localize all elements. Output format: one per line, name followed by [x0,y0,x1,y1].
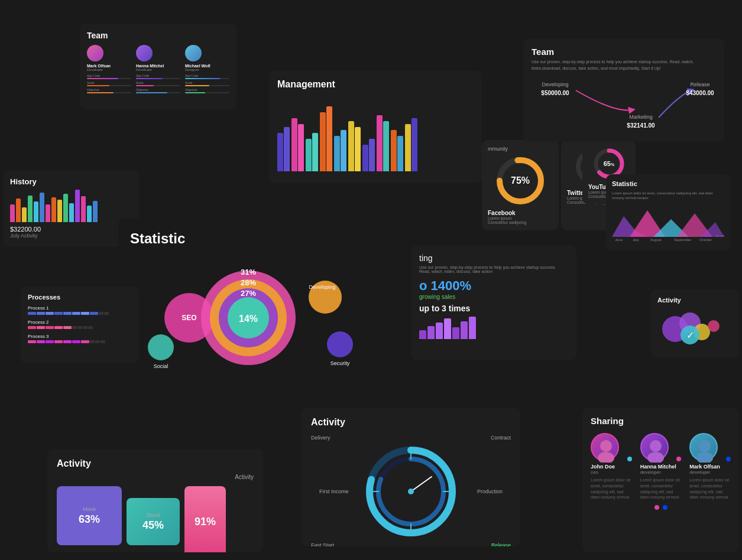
svg-point-45 [708,320,720,332]
sharing-desc-2: Lorem ipsum dolor sit amet, consectetur … [640,477,682,500]
stat-label-2a: App Code [136,74,180,77]
marketing-mini-chart [419,315,568,339]
svg-point-11 [148,334,174,360]
sharing-role-2: developer [640,470,682,475]
stat-label-3c: Objective [185,88,229,92]
sharing-name-1: John Doe [591,464,632,470]
svg-text:August: August [650,238,662,242]
team-card-title: Team [87,31,229,40]
stat-label-3b: Scale [185,81,229,84]
sharing-avatar-1 [591,433,619,461]
svg-point-57 [408,489,414,494]
mountain-chart: June July August September October Novem… [612,204,724,240]
stat-label-1c: Objective [87,88,131,92]
facebook-card: mmunity 75% Facebook Lorem ipsumConsulet… [482,140,559,230]
sharing-name-3: Mark Olfsan [689,464,731,470]
activity-center-title: Activity [311,417,511,428]
management-title: Management [277,79,474,90]
sharing-title: Sharing [591,416,731,426]
svg-text:31%: 31% [241,268,256,276]
gauge-top-labels: Delivery Contract [311,435,511,441]
sharing-desc-1: Lorem ipsum dolor sit amet, consectetur … [591,477,632,500]
process-1-bars [28,312,132,315]
facebook-sub: Lorem ipsumConsuletur sadipcing [488,216,553,224]
move-block: Move 63% [57,486,122,545]
member-stats-2: App Code Scale Objective [136,74,180,93]
sharing-role-1: ceo [591,470,632,475]
avatar-3 [185,45,202,61]
process-2: Process 2 [28,320,132,329]
process-2-bars [28,326,132,329]
svg-text:Release: Release [690,82,709,87]
process-3-label: Process 3 [28,334,132,339]
activity-bottom-title: Activity [57,458,254,469]
svg-point-62 [699,440,711,452]
team-card-small: Team Mark Olfsan Developer App Code Scal… [80,24,236,109]
management-card: Management [269,71,482,183]
svg-text:Developing: Developing [309,284,335,290]
team-large-title: Team [532,47,716,57]
sharing-card: Sharing John Doe ceo Lorem ipsum dolor s… [582,408,739,552]
member-role-2: Developer [136,68,180,71]
process-1-label: Process 1 [28,305,132,311]
svg-text:Developing: Developing [542,82,568,87]
svg-point-58 [600,440,612,452]
activity-row: Move 63% Stand 45% 91% [57,486,254,552]
process-3-bars [28,340,132,343]
svg-text:$50000.00: $50000.00 [541,90,569,96]
sharing-avatar-2 [640,433,669,461]
gauge-area: First Income Production [311,444,511,539]
statistic-title: Statistic [130,230,402,247]
process-2-label: Process 2 [28,320,132,325]
team-member-1: Mark Olfsan Developer App Code Scale Obj… [87,45,131,93]
processes-title: Processes [28,294,132,301]
statistic-small-title: Statistic [612,180,724,187]
svg-text:September: September [674,238,691,242]
status-dot-3 [726,457,731,461]
team-large-card: Team Use our proven, step-by-step proces… [523,38,724,142]
svg-text:27%: 27% [241,289,256,298]
stat-label-1b: Scale [87,81,131,84]
market-times: up to 3 times [419,304,568,313]
sharing-person-1: John Doe ceo Lorem ipsum dolor sit amet,… [591,433,632,500]
stat-label-3a: App Code [185,74,229,77]
delivery-label: Delivery [311,435,331,441]
first-income-label: First Income [319,489,349,494]
marketing-desc: Use our proven, step-by-step process to … [419,265,568,274]
stat-label-2c: Objective [136,88,180,92]
status-dot-1 [627,457,632,461]
dot-pink [654,505,659,510]
activity-small-card: Activity ✓ [650,289,739,357]
activity-bar-block: 91% [184,486,226,552]
stand-block: Stand 45% [127,498,180,545]
avatar-2 [136,45,153,61]
member-name-3: Michael Wolf [185,64,229,68]
gauge-bottom-labels: Fast Start Release [311,542,511,546]
flow-diagram: Developing $50000.00 Marketing $32141.00… [532,77,716,136]
production-label: Production [477,489,503,494]
sharing-people: John Doe ceo Lorem ipsum dolor sit amet,… [591,433,731,500]
history-label: July Activity [10,233,132,239]
marketing-card: ting Use our proven, step-by-step proces… [411,245,576,360]
svg-point-60 [650,440,662,452]
marketing-title: ting [419,253,568,263]
history-title: History [10,177,132,186]
release-label: Release [491,542,511,546]
marketing-percent: o 1400% [419,278,568,294]
activity-bottom-label: Activity [57,474,254,480]
svg-point-63 [696,452,713,463]
svg-text:28%: 28% [241,278,256,287]
svg-text:October: October [699,238,712,242]
sharing-person-2: Hanna Mitchel developer Lorem ipsum dolo… [640,433,682,500]
activity-circles: ✓ [657,308,732,356]
team-member-3: Michael Wolf Designer App Code Scale Obj… [185,45,229,93]
sharing-person-3: Mark Olfsan developer Lorem ipsum dolor … [689,433,731,500]
management-bar-chart [277,95,474,171]
facebook-donut: 75% [494,154,547,207]
history-amount: $32200.00 [10,226,132,233]
svg-text:✓: ✓ [686,330,694,340]
team-large-desc: Use our proven, step-by-step process to … [532,59,716,71]
team-member-2: Hanna Mitchel Developer App Code Scale O… [136,45,180,93]
statistic-small-desc: Lorem ipsum dolor sit amet, consectetur … [612,191,724,201]
stat-label-2b: Scale [136,81,180,84]
